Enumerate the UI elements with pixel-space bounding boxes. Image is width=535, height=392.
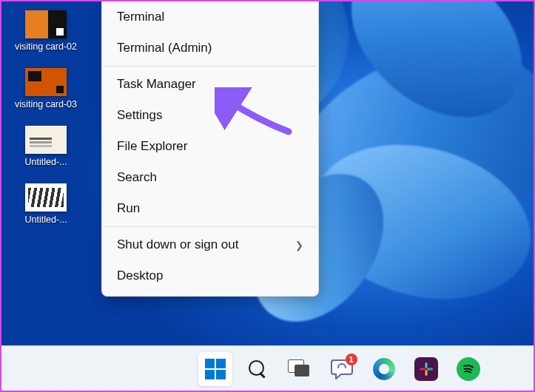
highlight-frame: [0, 0, 535, 392]
